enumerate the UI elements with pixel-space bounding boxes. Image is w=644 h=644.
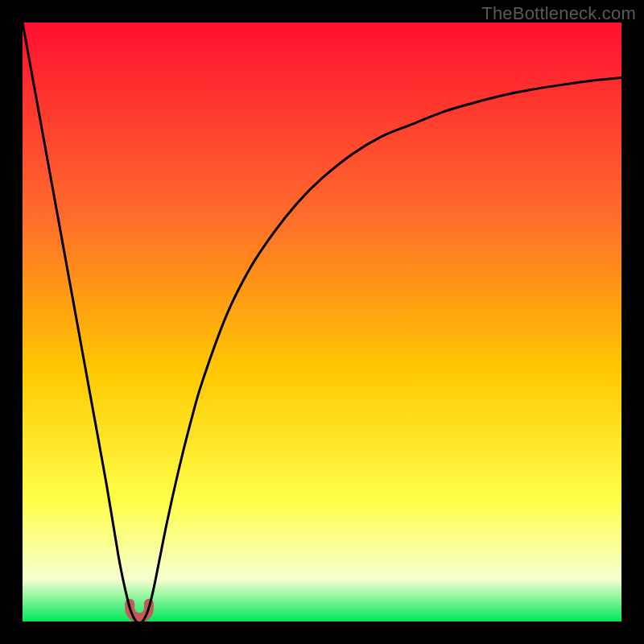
bottleneck-chart [23, 23, 621, 621]
gradient-background [23, 23, 621, 621]
watermark-text: TheBottleneck.com [481, 3, 636, 24]
plot-area [23, 23, 621, 621]
chart-frame: TheBottleneck.com [0, 0, 644, 644]
